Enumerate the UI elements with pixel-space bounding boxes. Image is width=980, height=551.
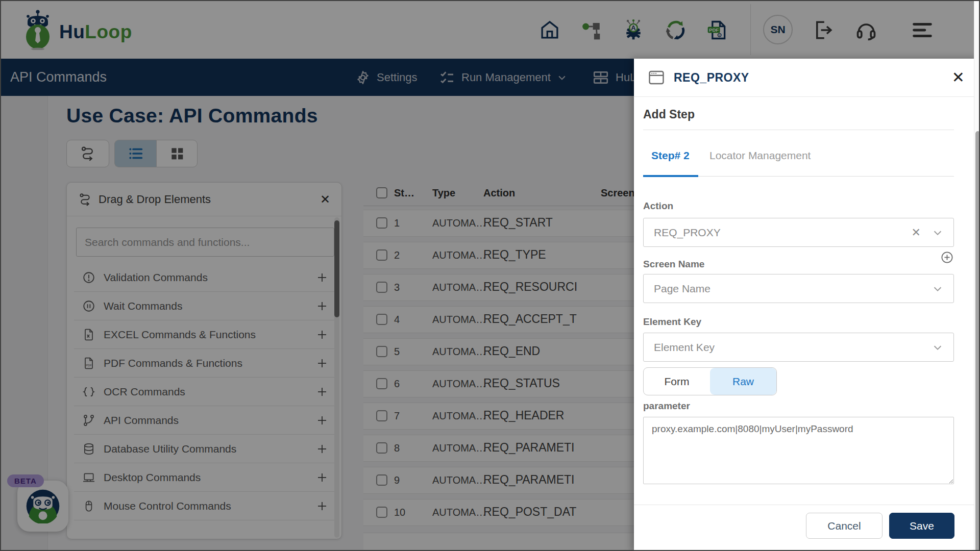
element-key-placeholder: Element Key	[654, 341, 932, 354]
tab-locator-management[interactable]: Locator Management	[709, 149, 811, 162]
parameter-mode-toggle: Form Raw	[643, 367, 777, 395]
cancel-button[interactable]: Cancel	[806, 513, 883, 539]
page-scrollbar[interactable]	[974, 1, 980, 551]
parameter-textarea[interactable]: proxy.example.com|8080|myUser|myPassword	[643, 417, 954, 484]
screen-name-select[interactable]: Page Name	[643, 274, 954, 303]
parameter-label: parameter	[643, 400, 690, 412]
mode-form-button[interactable]: Form	[644, 368, 710, 395]
save-button[interactable]: Save	[889, 513, 954, 539]
add-step-title: Add Step	[643, 108, 695, 121]
mode-raw-button[interactable]: Raw	[710, 368, 776, 395]
drawer-close-icon[interactable]: ✕	[949, 70, 968, 85]
app-window: HuLoop A	[0, 0, 980, 551]
element-key-select[interactable]: Element Key	[643, 333, 954, 362]
clear-icon[interactable]: ✕	[912, 226, 921, 239]
screen-name-label: Screen Name	[643, 259, 704, 270]
tab-step[interactable]: Step# 2	[651, 149, 690, 162]
window-icon	[647, 68, 666, 87]
element-key-label: Element Key	[643, 316, 701, 328]
step-drawer: REQ_PROXY ✕ Add Step Step# 2 Locator Man…	[634, 59, 980, 551]
page-scrollbar-thumb[interactable]	[975, 131, 980, 551]
section-divider	[643, 130, 954, 130]
chevron-down-icon[interactable]	[932, 342, 943, 353]
drawer-header: REQ_PROXY ✕	[634, 59, 980, 97]
chevron-down-icon[interactable]	[932, 227, 943, 238]
chevron-down-icon[interactable]	[932, 283, 943, 294]
action-label: Action	[643, 201, 673, 212]
screen-name-placeholder: Page Name	[654, 283, 932, 295]
drawer-footer-divider	[634, 505, 980, 505]
action-combobox[interactable]: REQ_PROXY ✕	[643, 218, 954, 247]
action-value: REQ_PROXY	[654, 227, 912, 239]
add-screen-icon[interactable]	[940, 251, 954, 264]
tab-underline-active	[643, 175, 698, 177]
drawer-title: REQ_PROXY	[674, 71, 941, 85]
